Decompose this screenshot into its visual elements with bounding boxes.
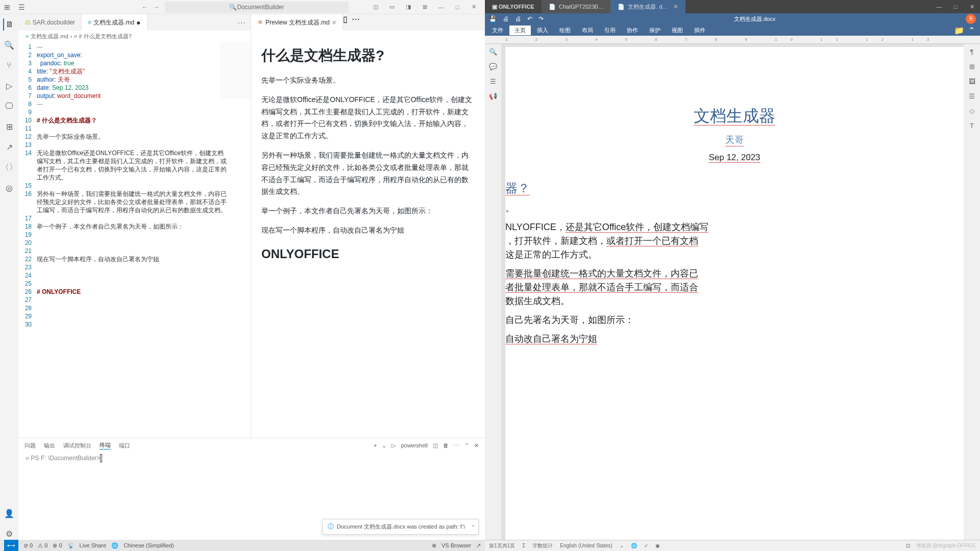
close-icon[interactable]: ✕ xyxy=(964,0,980,13)
close-icon[interactable]: ✕ xyxy=(673,3,678,10)
chevron-down-icon[interactable]: ⌄ xyxy=(382,442,386,449)
print-icon[interactable]: 🖨 xyxy=(503,15,509,22)
status-liveshare[interactable]: Live Share xyxy=(80,542,107,548)
feedback-icon[interactable]: 📢 xyxy=(489,92,497,100)
text-icon[interactable]: T xyxy=(970,122,974,130)
remote-icon[interactable]: 🖵 xyxy=(3,100,15,112)
quickprint-icon[interactable]: 🖨 xyxy=(515,15,521,22)
menu-protect[interactable]: 保护 xyxy=(644,26,666,35)
menu-draw[interactable]: 绘图 xyxy=(554,26,576,35)
tab-actions[interactable]: ⋯ xyxy=(232,14,251,31)
panel-left-icon[interactable]: ◫ xyxy=(369,4,383,10)
page-count[interactable]: 第1页共1页 xyxy=(489,542,515,549)
spellcheck-icon[interactable]: ✓ xyxy=(644,543,648,548)
search-icon[interactable]: 🔍 xyxy=(489,48,497,56)
chevron-up-icon[interactable]: ⌃ xyxy=(464,442,469,449)
image-icon[interactable]: 🖼 xyxy=(969,78,975,85)
close-icon[interactable]: ✕ xyxy=(474,442,479,449)
collapse-icon[interactable]: ⌄ xyxy=(471,521,475,528)
header-icon[interactable]: ☰ xyxy=(969,92,975,100)
share-icon[interactable]: ↗ xyxy=(3,141,15,153)
code-icon[interactable]: 〈〉 xyxy=(3,161,15,173)
doc-language[interactable]: English (United States) xyxy=(560,543,612,548)
forward-icon[interactable]: → xyxy=(153,3,160,11)
menu-view[interactable]: 视图 xyxy=(667,26,688,35)
code-editor[interactable]: 1234567891011121314151617181920212223242… xyxy=(18,42,251,329)
preview-tab[interactable]: 👁 Preview 文档生成器.md ✕ xyxy=(251,14,343,31)
minimize-icon[interactable]: — xyxy=(931,0,947,13)
panel-tab-output[interactable]: 输出 xyxy=(44,442,55,449)
panel-tab-debug[interactable]: 调试控制台 xyxy=(63,442,91,449)
undo-icon[interactable]: ↶ xyxy=(527,15,532,22)
menu-plugins[interactable]: 插件 xyxy=(689,26,710,35)
settings-icon[interactable]: ⚙ xyxy=(3,528,15,540)
close-icon[interactable]: ✕ xyxy=(332,19,336,26)
search-icon[interactable]: 🔍 xyxy=(3,39,15,51)
close-icon[interactable]: ✕ xyxy=(467,4,481,10)
user-avatar[interactable]: 天 xyxy=(966,14,976,24)
minimize-icon[interactable]: — xyxy=(434,4,448,10)
run-debug-icon[interactable]: ▷ xyxy=(3,80,15,92)
lang-dropdown-icon[interactable]: ⌄ xyxy=(620,543,624,548)
book-icon[interactable]: ▯ xyxy=(343,15,348,23)
extensions-icon[interactable]: ⊞ xyxy=(3,120,15,133)
command-center[interactable]: 🔍 DocumentBuilder xyxy=(165,2,349,13)
globe-icon[interactable]: 🌐 xyxy=(631,543,637,548)
explorer-icon[interactable]: 🗎 xyxy=(3,18,15,31)
oo-tab-doc[interactable]: 📄文档生成器. d…✕ xyxy=(610,0,685,13)
panel-bottom-icon[interactable]: ▭ xyxy=(385,4,399,10)
split-icon[interactable]: ◫ xyxy=(433,442,438,449)
status-warnings[interactable]: ⚠ 0 xyxy=(38,542,47,549)
maximize-icon[interactable]: □ xyxy=(450,4,464,10)
panel-right-icon[interactable]: ◨ xyxy=(401,4,415,10)
panel-tab-ports[interactable]: 端口 xyxy=(119,442,130,449)
menu-home[interactable]: 主页 xyxy=(509,26,531,35)
plus-icon[interactable]: + xyxy=(374,442,377,448)
folder-icon[interactable]: 📁 xyxy=(954,26,964,35)
document-page[interactable]: 文档生成器 天哥 Sep 12, 2023 器？ 。 NLYOFFICE，还是其… xyxy=(505,47,964,540)
breadcrumb[interactable]: ≡ 文档生成器.md › ⌗ # 什么是文档生成器? xyxy=(18,31,251,42)
tab-sar[interactable]: JS SAR.docbuilder xyxy=(18,14,82,31)
chevron-up-icon[interactable]: ⌃ xyxy=(968,26,975,35)
fit-icon[interactable]: ⊡ xyxy=(906,543,910,548)
account-icon[interactable]: 👤 xyxy=(3,507,15,519)
oo-tab-home[interactable]: ▣ ONLYOFFICE xyxy=(485,0,542,13)
source-control-icon[interactable]: ⑂ xyxy=(3,59,15,71)
trash-icon[interactable]: 🗑 xyxy=(443,442,449,448)
maximize-icon[interactable]: □ xyxy=(947,0,964,13)
panel-tab-terminal[interactable]: 终端 xyxy=(100,441,111,449)
oo-tab-chat[interactable]: 📄ChatGPT20230… xyxy=(542,0,610,13)
notification-toast[interactable]: ⓘ Document 文档生成器.docx was created as pat… xyxy=(322,519,479,535)
status-browser[interactable]: VS Browser xyxy=(442,542,471,549)
menu-insert[interactable]: 插入 xyxy=(532,26,553,35)
ruler[interactable]: 1 2 3 4 5 6 7 8 9 10 11 12 13 xyxy=(485,36,980,44)
track-icon[interactable]: ◉ xyxy=(655,543,660,548)
ai-icon[interactable]: ◎ xyxy=(3,182,15,194)
minimap[interactable] xyxy=(220,42,251,329)
status-ports[interactable]: ⊕ 0 xyxy=(53,542,62,549)
menu-layout[interactable]: 布局 xyxy=(577,26,598,35)
shape-icon[interactable]: ◇ xyxy=(969,107,974,115)
shell-label[interactable]: powershell xyxy=(401,442,428,448)
status-errors[interactable]: ⊘ 0 xyxy=(23,542,33,549)
back-icon[interactable]: ← xyxy=(141,3,149,11)
preview-actions[interactable]: ▯⋯ xyxy=(343,14,360,31)
word-count[interactable]: 字数统计 xyxy=(532,542,553,549)
panel-tab-problems[interactable]: 问题 xyxy=(24,442,36,449)
save-icon[interactable]: 💾 xyxy=(489,15,497,22)
more-icon[interactable]: ⋯ xyxy=(454,442,459,449)
tab-docgen[interactable]: ≡ 文档生成器.md ● xyxy=(82,14,148,31)
table-icon[interactable]: ⊞ xyxy=(969,63,975,70)
remote-indicator[interactable]: ⟷ xyxy=(4,540,18,551)
menu-references[interactable]: 引用 xyxy=(599,26,621,35)
layout-icon[interactable]: ⊞ xyxy=(418,4,432,10)
menu-collab[interactable]: 协作 xyxy=(622,26,643,35)
headings-icon[interactable]: ☰ xyxy=(490,78,496,85)
comments-icon[interactable]: 💬 xyxy=(489,63,497,70)
menu-file[interactable]: 文件 xyxy=(487,26,508,35)
hamburger-icon[interactable]: ☰ xyxy=(14,3,29,11)
external-icon[interactable]: ↗ xyxy=(476,542,481,549)
status-language[interactable]: Chinese (Simplified) xyxy=(124,542,174,548)
redo-icon[interactable]: ↷ xyxy=(538,15,544,22)
paragraph-icon[interactable]: ¶ xyxy=(970,48,974,56)
